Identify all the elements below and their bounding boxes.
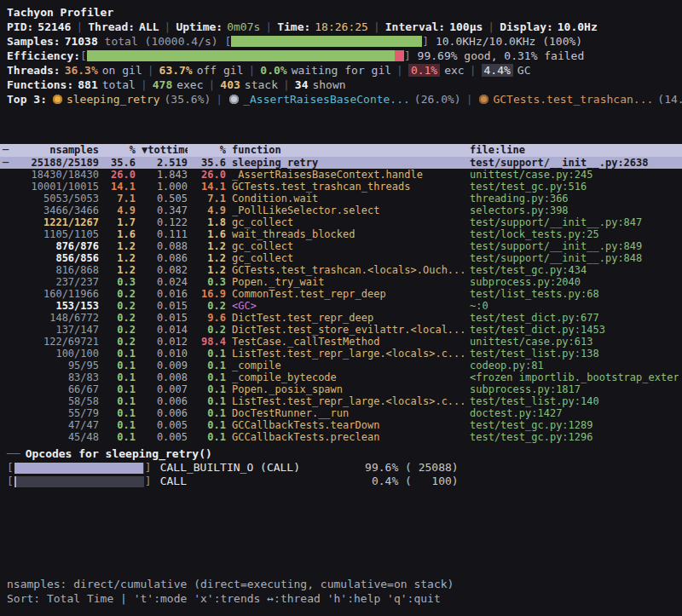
divider: | — [265, 20, 272, 33]
table-row[interactable]: 1221/12671.70.1221.8gc_collecttest/suppo… — [0, 216, 682, 228]
direct-pct-cell: 7.1 — [105, 193, 136, 204]
top2-pct: (26.0%) — [414, 93, 461, 106]
direct-pct-cell: 0.1 — [105, 395, 136, 407]
functions-total-value: 881 — [78, 78, 97, 91]
top2-function[interactable]: _AssertRaisesBaseConte... — [243, 93, 410, 106]
tottime-cell: 0.024 — [142, 276, 188, 288]
table-row[interactable]: 148/67720.20.0159.6DictTest.test_repr_de… — [0, 312, 682, 324]
table-row[interactable]: 10001/1001514.11.00014.1GCTests.test_tra… — [0, 181, 682, 193]
file-cell: test/test_gc.py:1289 — [470, 419, 679, 431]
table-row[interactable]: 5053/50537.10.5057.1Condition.waitthread… — [0, 193, 682, 204]
top3-pct: (14.1%) — [657, 93, 682, 106]
table-row[interactable]: 153/1530.20.0150.2<GC>~:0 — [0, 300, 682, 312]
table-row[interactable]: 66/670.10.0070.1Popen._posix_spawnsubpro… — [0, 383, 682, 395]
top3-function[interactable]: GCTests.test_trashcan... — [493, 93, 653, 106]
direct-pct-cell: 0.2 — [105, 288, 136, 300]
table-row[interactable]: 876/8761.20.0881.2gc_collecttest/support… — [0, 240, 682, 252]
gold-medal-icon — [53, 95, 62, 104]
function-cell: _compile — [232, 360, 464, 371]
bar-bracket: ] — [145, 461, 152, 475]
top3-line: Top 3:sleeping_retry(35.6%)|_AssertRaise… — [7, 92, 675, 107]
file-cell: test/test_gc.py:516 — [470, 181, 679, 193]
header-tottime[interactable]: ▼tottime — [142, 144, 188, 157]
function-cell: wait_threads_blocked — [232, 228, 464, 240]
bar-bracket: [ — [224, 35, 231, 48]
header-cumulative-pct[interactable]: % — [194, 144, 226, 157]
divider: | — [209, 78, 216, 91]
file-cell: selectors.py:398 — [470, 204, 679, 216]
divider: | — [76, 20, 83, 33]
table-row[interactable]: 137/1470.20.0140.2DictTest.test_store_ev… — [0, 324, 682, 336]
efficiency-bar-failed — [395, 50, 404, 61]
table-row[interactable]: 47/470.10.0050.1GCCallbackTests.tearDown… — [0, 419, 682, 431]
nsamples-cell: 856/856 — [10, 252, 99, 264]
function-cell: GCCallbackTests.preclean — [232, 431, 464, 443]
samples-line: Samples:71038 total (10000.4/s) [] 10.0K… — [7, 34, 675, 49]
efficiency-bar — [87, 50, 404, 61]
divider: | — [147, 64, 154, 77]
function-cell: GCTests.test_trashcan_threads — [232, 181, 464, 193]
cumulative-pct-cell: 0.2 — [194, 324, 226, 336]
header-file-line[interactable]: file:line — [470, 144, 679, 157]
tottime-cell: 0.505 — [142, 193, 188, 204]
function-cell: gc_collect — [232, 216, 464, 228]
table-row[interactable]: 160/119660.20.01616.9CommonTest.test_rep… — [0, 288, 682, 300]
pid-value: 52146 — [38, 20, 71, 33]
samples-rate: 10.0KHz/10.0KHz (100%) — [436, 35, 582, 48]
divider: | — [249, 64, 256, 77]
table-row[interactable]: 856/8561.20.0861.2gc_collecttest/support… — [0, 252, 682, 264]
table-row[interactable]: 3466/34664.90.3474.9_PollLikeSelector.se… — [0, 204, 682, 216]
table-row[interactable]: 55/790.10.0060.1DocTestRunner.__rundocte… — [0, 407, 682, 419]
cumulative-pct-cell: 26.0 — [194, 169, 226, 181]
opcode-bar-fill — [14, 463, 143, 474]
function-cell: gc_collect — [232, 252, 464, 264]
functions-stack-value: 403 — [220, 78, 240, 91]
table-row[interactable]: 237/2370.30.0240.3Popen._try_waitsubproc… — [0, 276, 682, 288]
divider: | — [396, 64, 403, 77]
file-cell: <frozen importlib._bootstrap_externa — [470, 371, 679, 383]
opcodes-title: Opcodes for sleeping_retry() — [26, 447, 212, 460]
header-direct-pct[interactable]: % — [105, 144, 136, 157]
thread-value[interactable]: ALL — [139, 20, 159, 33]
top1-function[interactable]: sleeping_retry — [66, 93, 160, 106]
function-cell: Popen._try_wait — [232, 276, 464, 288]
cumulative-pct-cell: 1.2 — [194, 252, 226, 264]
direct-pct-cell: 0.2 — [105, 324, 136, 336]
samples-bar-fill — [231, 36, 422, 47]
tottime-cell: 0.010 — [142, 348, 188, 360]
file-cell: test/test_dict.py:1453 — [470, 324, 679, 336]
bar-bracket: [ — [80, 49, 87, 62]
display-label: Display: — [500, 20, 553, 33]
threads-waiting-value: 0.0% — [260, 64, 286, 77]
tottime-cell: 0.008 — [142, 371, 188, 383]
table-row[interactable]: 83/830.10.0080.1_compile_bytecode<frozen… — [0, 371, 682, 383]
nsamples-cell: 45/48 — [10, 431, 99, 443]
function-cell: DictTest.test_repr_deep — [232, 312, 464, 324]
table-row[interactable]: 45/480.10.0050.1GCCallbackTests.preclean… — [0, 431, 682, 443]
table-row[interactable]: 58/580.10.0060.1ListTest.test_repr_large… — [0, 395, 682, 407]
opcode-stat: 99.6% ( 25088) — [356, 461, 459, 475]
nsamples-cell: 153/153 — [10, 300, 99, 312]
file-cell: subprocess.py:2040 — [470, 276, 679, 288]
header-nsamples[interactable]: nsamples — [10, 144, 99, 157]
table-row[interactable]: 100/1000.10.0100.1ListTest.test_repr_lar… — [0, 348, 682, 360]
file-cell: test/test_gc.py:434 — [470, 264, 679, 276]
table-row[interactable]: 816/8681.20.0821.2GCTests.test_trashcan.… — [0, 264, 682, 276]
samples-count: 71038 — [65, 35, 98, 48]
table-row[interactable]: 1105/11051.60.1111.6wait_threads_blocked… — [0, 228, 682, 240]
header-function[interactable]: function — [232, 144, 464, 157]
table-row[interactable]: 25188/2518935.62.51935.6sleeping_retryte… — [0, 157, 682, 169]
divider: | — [470, 64, 477, 77]
app-title: Tachyon Profiler — [7, 5, 675, 20]
display-value: 10.0Hz — [558, 20, 598, 33]
nsamples-cell: 5053/5053 — [10, 193, 99, 204]
direct-pct-cell: 1.2 — [105, 252, 136, 264]
nsamples-cell: 160/11966 — [10, 288, 99, 300]
table-row[interactable]: 95/950.10.0090.1_compilecodeop.py:81 — [0, 360, 682, 371]
table-row[interactable]: 122/697210.20.01298.4TestCase._callTestM… — [0, 336, 682, 348]
cumulative-pct-cell: 0.1 — [194, 348, 226, 360]
footer-keys-line: Sort: Total Time | 't':mode 'x':trends ↔… — [7, 591, 454, 606]
table-row[interactable]: 18430/1843026.01.84326.0_AssertRaisesBas… — [0, 169, 682, 181]
functions-total-name: total — [102, 78, 136, 91]
function-cell: DictTest.test_store_evilattr.<local... — [232, 324, 464, 336]
